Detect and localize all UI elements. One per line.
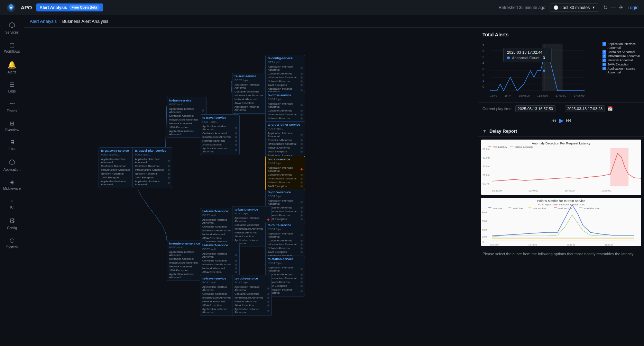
node-row-2: Infrastructure Abnormal bbox=[268, 113, 303, 116]
svg-text:60.0: 60.0 bbox=[482, 220, 487, 223]
sidebar-item-ic[interactable]: ⬦ IC bbox=[0, 195, 24, 212]
sidebar-label-system: System bbox=[6, 245, 18, 249]
sidebar-item-middleware[interactable]: ◈ Middleware bbox=[0, 176, 24, 194]
time-range-label: Last 30 minutes bbox=[561, 5, 590, 10]
node-row-0: Application Interface Abnormal bbox=[268, 65, 303, 72]
node-row-3: Network Abnormal bbox=[202, 139, 237, 143]
y-label-4: 4 bbox=[482, 61, 489, 65]
share-icon[interactable]: ✈ bbox=[619, 4, 623, 11]
sidebar-item-config[interactable]: ⚙ Config bbox=[0, 214, 24, 233]
node-row-4: JAVA Exception bbox=[268, 184, 303, 188]
node-row-1: Container Abnormal bbox=[268, 206, 303, 210]
svg-text:16:40:00: 16:40:00 bbox=[528, 243, 537, 246]
service-node-ts-travel-plan-service[interactable]: ts-travel-plan-servicePOST /api/...Appli… bbox=[132, 147, 172, 188]
node-row-4: JAVA Exception bbox=[268, 150, 303, 153]
skip-back-button[interactable]: ⏮ bbox=[551, 117, 557, 124]
svg-rect-53 bbox=[579, 207, 582, 208]
chart-tooltip: 2025-03-13 17:02:44 Abnormal Count 3 bbox=[503, 48, 552, 62]
tooltip-dot bbox=[507, 56, 510, 59]
legend-label-3: Infrastructure Abnormal bbox=[607, 54, 640, 58]
total-alerts-chart: 7 6 5 4 3 2 1 0 bbox=[482, 41, 640, 98]
sidebar-item-traces[interactable]: 〜 Traces bbox=[0, 98, 24, 116]
node-row-5: Application Instance Abnormal bbox=[234, 238, 269, 245]
sidebar-label-logs: Logs bbox=[8, 89, 16, 94]
node-row-1: Container Abnormal bbox=[268, 273, 303, 276]
content-area: Alert Analysis / Business Alert Analysis bbox=[24, 15, 644, 346]
tab-label: Alert Analysis bbox=[40, 5, 67, 10]
svg-text:0: 0 bbox=[482, 241, 484, 243]
chart-legend: ✓ Application Interface Abnormal ✓ Conta… bbox=[602, 42, 640, 74]
legend-check-2: ✓ bbox=[602, 50, 606, 54]
legend-check-6: ✓ bbox=[602, 67, 606, 70]
tooltip-value: 3 bbox=[543, 56, 545, 60]
x-label-1700: 17:00:00 bbox=[555, 94, 566, 97]
total-alerts-section: Total Alerts 7 6 5 4 3 2 1 0 bbox=[478, 28, 644, 103]
legend-item-1[interactable]: ✓ Application Interface bbox=[602, 42, 640, 46]
node-row-0: Application Interface Abnormal bbox=[234, 216, 269, 223]
system-icon: ⬡ bbox=[10, 237, 15, 244]
legend-label-2: Container Abnormal bbox=[607, 50, 635, 54]
sidebar-item-logs[interactable]: ☰ Logs bbox=[0, 79, 24, 96]
sidebar-item-alerts[interactable]: 🔔 Alerts bbox=[0, 58, 24, 77]
breadcrumb-root[interactable]: Alert Analysis bbox=[30, 19, 57, 24]
svg-rect-49 bbox=[528, 207, 531, 208]
legend-item-5[interactable]: ✓ JAVA Exception bbox=[602, 63, 640, 66]
svg-text:Polaris Metrics for ts-train-s: Polaris Metrics for ts-train-service bbox=[537, 199, 585, 203]
service-node-ts-config-service[interactable]: ts-config-serviceGET /api/...Application… bbox=[265, 55, 305, 96]
node-row-0: Application Interface Abnormal bbox=[268, 266, 303, 273]
sidebar-label-ic: IC bbox=[10, 205, 14, 210]
playback-arrow: → bbox=[558, 107, 562, 111]
app-name: APO bbox=[21, 5, 32, 10]
x-label-1654: 16:54:00 bbox=[537, 94, 548, 97]
node-row-4: JAVA Exception bbox=[268, 284, 303, 288]
login-button[interactable]: Login bbox=[627, 5, 638, 10]
ic-icon: ⬦ bbox=[10, 198, 14, 204]
node-row-5: Application Instance Abnormal bbox=[135, 179, 170, 186]
node-row-4: JAVA Exception bbox=[135, 176, 170, 179]
sidebar-label-infra: Infra bbox=[8, 147, 15, 151]
svg-point-1 bbox=[10, 7, 12, 8]
node-row-1: Container Abnormal bbox=[268, 138, 303, 142]
skip-forward-button[interactable]: ⏭ bbox=[566, 117, 571, 124]
sidebar-item-overview[interactable]: ⊞ Overview bbox=[0, 117, 24, 135]
calendar-icon[interactable]: 📅 bbox=[608, 106, 613, 111]
x-label-1640: 16:40 bbox=[490, 94, 497, 97]
node-row-3: Network Abnormal bbox=[268, 246, 303, 250]
node-row-2: Infrastructure Abnormal bbox=[268, 76, 303, 79]
node-row-5: Application Instance Abnormal bbox=[234, 105, 269, 112]
legend-check-4: ✓ bbox=[602, 59, 606, 62]
node-row-1: Container Abnormal bbox=[234, 223, 269, 227]
time-range-selector[interactable]: 🕐 Last 30 minutes ▼ bbox=[550, 3, 599, 12]
delay-report-header[interactable]: ▼ Delay Report bbox=[478, 126, 644, 137]
play-button[interactable]: ▶ bbox=[559, 117, 564, 124]
legend-item-6[interactable]: ✓ Application Instance bbox=[602, 67, 640, 70]
sidebar-item-workflows[interactable]: ◫ Workflows bbox=[0, 39, 24, 56]
sidebar-item-services[interactable]: ⬡ Services bbox=[0, 18, 24, 37]
node-row-5: Application Instance Abnormal bbox=[202, 147, 237, 153]
settings-icon[interactable]: — bbox=[610, 5, 616, 11]
legend-item-4[interactable]: ✓ Network Abnormal bbox=[602, 59, 640, 62]
graph-area[interactable]: ts-gateway-servicePOST /api/v1/...Applic… bbox=[24, 28, 478, 346]
refresh-icon[interactable]: ↻ bbox=[603, 4, 608, 11]
y-label-3: 3 bbox=[482, 67, 489, 71]
node-row-4: JAVA Exception bbox=[234, 303, 269, 307]
sidebar-item-system[interactable]: ⬡ System bbox=[0, 234, 24, 252]
overview-icon: ⊞ bbox=[10, 120, 14, 127]
sidebar-item-infra[interactable]: 🖥 Infra bbox=[0, 136, 24, 154]
node-row-1: Container Abnormal bbox=[202, 131, 237, 135]
legend-item-3[interactable]: ✓ Infrastructure Abnormal bbox=[602, 54, 640, 58]
svg-text:16:50:00: 16:50:00 bbox=[605, 243, 614, 246]
delay-report-title: Delay Report bbox=[489, 128, 517, 134]
node-row-0: Application Interface Abnormal bbox=[234, 285, 269, 292]
legend-check-1: ✓ bbox=[602, 42, 606, 46]
sidebar-label-config: Config bbox=[7, 226, 17, 230]
sidebar-item-application[interactable]: ⬡ Application bbox=[0, 155, 24, 175]
legend-label-1b: Abnormal bbox=[602, 46, 640, 50]
svg-rect-51 bbox=[554, 207, 556, 208]
alert-analysis-tab[interactable]: Alert Analysis Free Open Beta bbox=[36, 3, 103, 11]
legend-item-2[interactable]: ✓ Container Abnormal bbox=[602, 50, 640, 54]
svg-text:POST /api/v1/train-service/tra: POST /api/v1/train-service/trains/tofrom… bbox=[538, 203, 585, 206]
service-node-ts-travel-service[interactable]: ts-travel-servicePOST /api/...Applicatio… bbox=[200, 114, 240, 155]
service-node-ts-route-service-2[interactable]: ts-route-servicePOST /api/...Application… bbox=[232, 275, 272, 316]
playback-controls: ⏮ ▶ ⏭ bbox=[478, 115, 644, 126]
